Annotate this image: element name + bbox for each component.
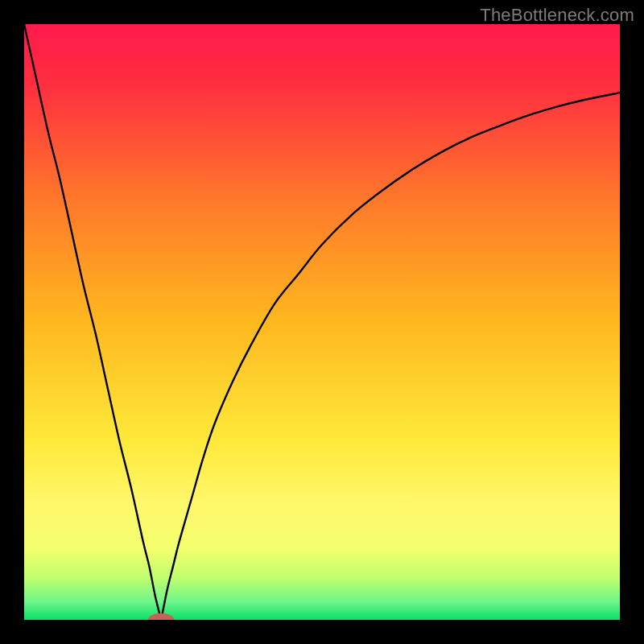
heat-background xyxy=(24,24,620,620)
chart-frame: TheBottleneck.com xyxy=(0,0,644,644)
attribution-text: TheBottleneck.com xyxy=(480,5,634,26)
bottleneck-chart xyxy=(24,24,620,620)
